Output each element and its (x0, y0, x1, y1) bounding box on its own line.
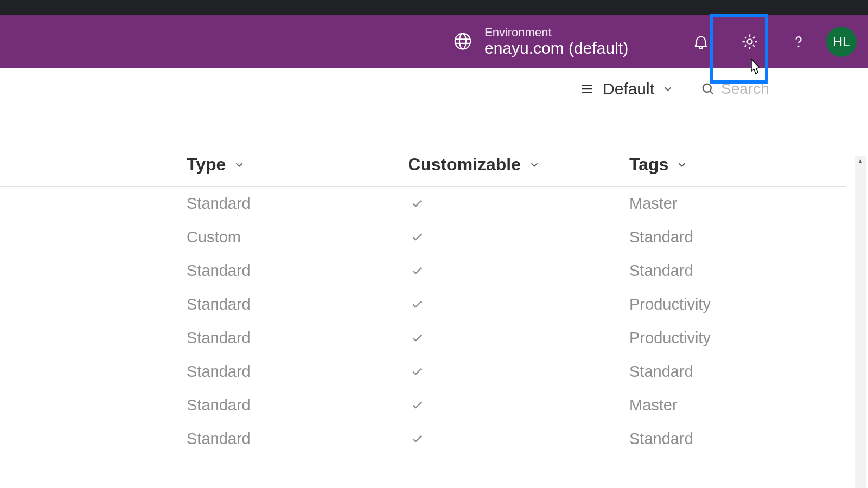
svg-point-3 (798, 45, 800, 47)
svg-point-4 (703, 84, 711, 92)
table-row[interactable]: StandardProductivity (0, 321, 846, 355)
bell-icon (692, 33, 710, 50)
check-icon (410, 364, 424, 378)
cell-tags: Productivity (629, 296, 711, 313)
cell-customizable (410, 398, 424, 412)
search-input[interactable] (721, 80, 857, 98)
chevron-down-icon (662, 83, 674, 95)
table-row[interactable]: StandardStandard (0, 355, 846, 388)
cell-type: Custom (187, 228, 241, 246)
gear-icon (741, 33, 759, 51)
cell-tags: Standard (629, 228, 693, 246)
cell-customizable (410, 230, 424, 244)
check-icon (410, 331, 424, 345)
cell-type: Standard (187, 430, 251, 448)
svg-point-0 (455, 34, 471, 49)
cell-tags: Standard (629, 262, 693, 280)
question-icon (790, 34, 807, 50)
table-row[interactable]: StandardStandard (0, 254, 846, 287)
settings-button[interactable] (725, 15, 774, 68)
column-header-label: Tags (629, 155, 668, 175)
environment-switcher[interactable]: Environment enayu.com (default) (453, 25, 628, 58)
check-icon (410, 432, 424, 446)
column-header-tags[interactable]: Tags (629, 155, 688, 175)
cell-tags: Standard (629, 363, 693, 381)
cell-tags: Master (629, 396, 678, 414)
cell-customizable (410, 196, 424, 210)
cell-type: Standard (187, 329, 251, 347)
table-row[interactable]: CustomStandard (0, 220, 846, 254)
avatar-initials: HL (833, 34, 850, 49)
cell-customizable (410, 432, 424, 446)
check-icon (410, 264, 424, 278)
cell-customizable (410, 364, 424, 378)
main-content: Type Customizable Tags StandardMasterCus… (0, 110, 868, 488)
table-row[interactable]: StandardStandard (0, 422, 846, 455)
cell-type: Standard (187, 262, 251, 280)
column-header-type[interactable]: Type (187, 155, 245, 175)
cell-customizable (410, 297, 424, 311)
cell-type: Standard (187, 296, 251, 313)
browser-chrome-strip (0, 0, 868, 15)
chevron-down-icon (676, 159, 688, 171)
cell-type: Standard (187, 195, 251, 213)
table-row[interactable]: StandardProductivity (0, 287, 846, 321)
search-icon (700, 81, 716, 97)
cell-type: Standard (187, 363, 251, 381)
chevron-down-icon (528, 159, 540, 171)
svg-point-2 (747, 39, 752, 44)
list-icon (579, 81, 595, 97)
column-header-label: Customizable (408, 155, 521, 175)
environment-label: Environment (484, 25, 628, 39)
view-label: Default (603, 80, 654, 98)
notifications-button[interactable] (676, 15, 725, 68)
column-header-label: Type (187, 155, 226, 175)
cell-type: Standard (187, 396, 251, 414)
check-icon (410, 297, 424, 311)
cell-customizable (410, 331, 424, 345)
command-bar: Default (0, 68, 868, 110)
globe-icon (453, 31, 473, 51)
scroll-up-arrow-icon[interactable]: ▲ (855, 156, 866, 166)
table-row[interactable]: StandardMaster (0, 187, 846, 220)
column-header-customizable[interactable]: Customizable (408, 155, 540, 175)
app-header: Environment enayu.com (default) HL (0, 15, 868, 68)
check-icon (410, 398, 424, 412)
cell-tags: Standard (629, 430, 693, 448)
avatar[interactable]: HL (826, 27, 857, 57)
check-icon (410, 196, 424, 210)
chevron-down-icon (233, 159, 245, 171)
vertical-scrollbar[interactable]: ▲ (855, 156, 866, 488)
table-row[interactable]: StandardMaster (0, 388, 846, 422)
help-button[interactable] (774, 15, 823, 68)
environment-name: enayu.com (default) (484, 39, 628, 58)
view-switcher[interactable]: Default (579, 80, 674, 98)
check-icon (410, 230, 424, 244)
svg-point-1 (459, 34, 466, 49)
cell-customizable (410, 264, 424, 278)
cell-tags: Master (629, 195, 678, 213)
search-box[interactable] (688, 68, 857, 110)
cell-tags: Productivity (629, 329, 711, 347)
